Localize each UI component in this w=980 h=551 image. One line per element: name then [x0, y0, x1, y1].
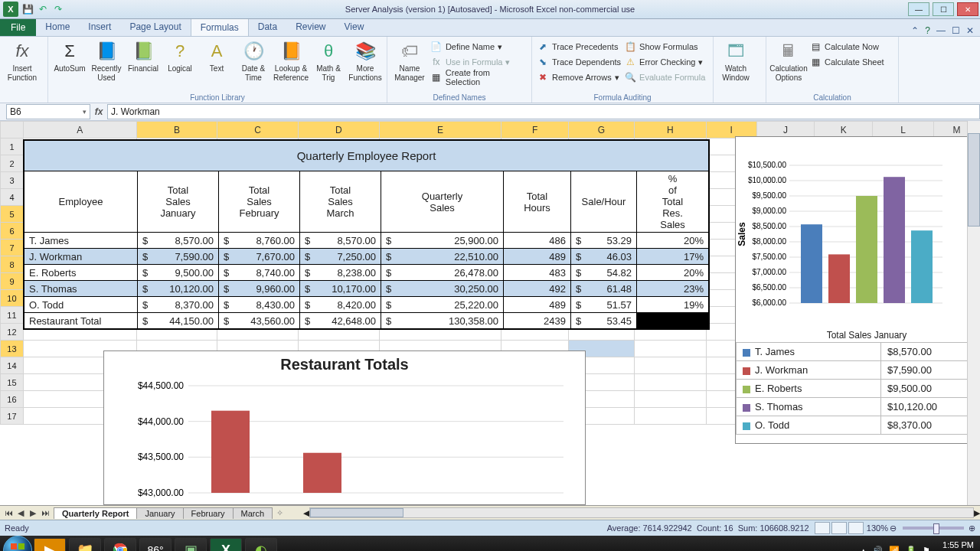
- math-trig-button[interactable]: θMath & Trig: [312, 38, 345, 83]
- zoom-in-button[interactable]: ⊕: [969, 523, 975, 533]
- column-header[interactable]: B: [136, 122, 217, 139]
- sheet-tab[interactable]: February: [183, 507, 234, 519]
- evaluate-formula-button[interactable]: 🔍Evaluate Formula: [624, 70, 705, 84]
- row-header[interactable]: 15: [1, 374, 24, 391]
- sheet-tab[interactable]: March: [233, 507, 273, 519]
- sheet-tab[interactable]: January: [136, 507, 183, 519]
- fx-icon[interactable]: fx: [90, 106, 107, 117]
- define-name-button[interactable]: 📄Define Name ▾: [430, 40, 527, 54]
- column-header[interactable]: E: [379, 122, 501, 139]
- undo-icon[interactable]: ↶: [37, 3, 49, 15]
- employee-sales-chart[interactable]: E $10,500.00$10,000.00$9,500.00$9,000.00…: [735, 136, 980, 444]
- row-header[interactable]: 3: [1, 172, 24, 189]
- table-row[interactable]: E. Roberts$9,500.00$8,740.00$8,238.00$26…: [24, 265, 709, 281]
- horizontal-scrollbar[interactable]: ◀▶: [303, 507, 980, 518]
- window-caption-restore-icon[interactable]: ☐: [952, 25, 960, 36]
- table-row[interactable]: T. James$8,570.00$8,760.00$8,570.00$25,9…: [24, 233, 709, 249]
- sheet-nav[interactable]: ⏮◀▶⏭: [0, 508, 54, 518]
- row-header[interactable]: 4: [1, 189, 24, 206]
- start-button[interactable]: [3, 536, 32, 551]
- watch-window-button[interactable]: 🗔Watch Window: [718, 38, 753, 83]
- page-break-view-button[interactable]: [848, 522, 864, 534]
- weather-widget[interactable]: 86°: [139, 538, 172, 551]
- row-header[interactable]: 5: [1, 206, 24, 223]
- window-caption-min-icon[interactable]: ―: [936, 25, 946, 36]
- formula-input[interactable]: J. Workman: [107, 104, 980, 119]
- row-header[interactable]: 7: [1, 240, 24, 256]
- logical-button[interactable]: ?Logical: [163, 38, 197, 73]
- financial-button[interactable]: 📗Financial: [126, 38, 160, 73]
- file-tab[interactable]: File: [0, 19, 36, 36]
- row-header[interactable]: 13: [1, 341, 24, 357]
- more-functions-button[interactable]: 📚More Functions: [348, 38, 382, 83]
- row-header[interactable]: 11: [1, 307, 24, 324]
- row-header[interactable]: 1: [1, 139, 24, 155]
- chrome-icon[interactable]: [104, 538, 136, 551]
- normal-view-button[interactable]: [815, 522, 830, 534]
- column-header[interactable]: A: [23, 122, 136, 139]
- row-header[interactable]: 12: [1, 324, 24, 341]
- column-header[interactable]: C: [217, 122, 299, 139]
- use-in-formula-button[interactable]: fxUse in Formula ▾: [430, 55, 527, 69]
- network-icon[interactable]: 📶: [889, 546, 900, 552]
- battery-icon[interactable]: 🔋: [906, 546, 916, 552]
- lookup-button[interactable]: 📙Lookup & Reference: [273, 38, 309, 83]
- error-checking-button[interactable]: ⚠Error Checking ▾: [624, 55, 705, 69]
- table-row[interactable]: J. Workman$7,590.00$7,670.00$7,250.00$22…: [24, 249, 709, 265]
- flag-icon[interactable]: ⚑: [923, 546, 930, 552]
- text-button[interactable]: AText: [200, 38, 234, 73]
- maximize-button[interactable]: ☐: [933, 2, 954, 16]
- name-box[interactable]: B6: [6, 104, 90, 119]
- calculate-now-button[interactable]: ▤Calculate Now: [809, 40, 884, 54]
- task-app-icon[interactable]: ▣: [175, 538, 207, 551]
- tray-up-icon[interactable]: ▴: [861, 546, 866, 552]
- insert-function-button[interactable]: fx Insert Function: [5, 38, 40, 83]
- save-icon[interactable]: 💾: [21, 3, 34, 15]
- row-header[interactable]: 10: [1, 290, 24, 307]
- minimize-ribbon-icon[interactable]: ⌃: [911, 25, 919, 36]
- column-header[interactable]: D: [299, 122, 380, 139]
- create-from-selection-button[interactable]: ▦Create from Selection: [430, 70, 527, 84]
- sheet-tab[interactable]: Quarterly Report: [54, 507, 137, 519]
- autosum-button[interactable]: ΣAutoSum: [53, 38, 87, 73]
- calculation-options-button[interactable]: 🖩Calculation Options: [771, 38, 806, 83]
- zoom-out-button[interactable]: ⊖: [890, 523, 897, 533]
- app-icon[interactable]: ◐: [245, 538, 277, 551]
- excel-task-icon[interactable]: X: [210, 538, 242, 551]
- column-header[interactable]: F: [501, 122, 569, 139]
- tab-insert[interactable]: Insert: [79, 18, 120, 35]
- recently-used-button[interactable]: 📘Recently Used: [90, 38, 123, 83]
- row-header[interactable]: 16: [1, 391, 24, 408]
- calculate-sheet-button[interactable]: ▦Calculate Sheet: [809, 55, 884, 69]
- window-caption-close-icon[interactable]: ✕: [966, 25, 974, 36]
- row-header[interactable]: 17: [1, 408, 24, 425]
- new-sheet-icon[interactable]: ✧: [272, 508, 288, 518]
- date-time-button[interactable]: 🕐Date & Time: [237, 38, 270, 83]
- worksheet-grid[interactable]: ABCDEFGHIJKLM1234567891011121314151617 Q…: [0, 121, 980, 505]
- row-header[interactable]: 2: [1, 155, 24, 172]
- row-header[interactable]: 8: [1, 256, 24, 273]
- clock[interactable]: 1:55 PM 5/19/2012: [936, 540, 977, 551]
- zoom-slider[interactable]: [903, 527, 964, 530]
- vertical-scrollbar[interactable]: [967, 121, 980, 505]
- name-manager-button[interactable]: 🏷Name Manager: [392, 38, 427, 83]
- tab-data[interactable]: Data: [249, 18, 286, 35]
- tab-page-layout[interactable]: Page Layout: [120, 18, 190, 35]
- column-header[interactable]: H: [634, 122, 706, 139]
- table-row[interactable]: O. Todd$8,370.00$8,430.00$8,420.00$25,22…: [24, 297, 709, 313]
- column-header[interactable]: G: [569, 122, 635, 139]
- page-layout-view-button[interactable]: [831, 522, 847, 534]
- tab-view[interactable]: View: [335, 18, 374, 35]
- restaurant-totals-chart[interactable]: Restaurant Totals $44,500.00$44,000.00$4…: [103, 350, 586, 505]
- close-button[interactable]: ✕: [957, 2, 978, 16]
- table-row[interactable]: S. Thomas$10,120.00$9,960.00$10,170.00$3…: [24, 281, 709, 297]
- help-icon[interactable]: ?: [925, 25, 930, 36]
- tab-formulas[interactable]: Formulas: [191, 18, 249, 36]
- row-header[interactable]: 9: [1, 273, 24, 290]
- minimize-button[interactable]: ―: [908, 2, 929, 16]
- show-formulas-button[interactable]: 📋Show Formulas: [624, 40, 705, 54]
- redo-icon[interactable]: ↷: [52, 3, 64, 15]
- row-header[interactable]: 14: [1, 357, 24, 374]
- tab-review[interactable]: Review: [286, 18, 335, 35]
- tab-home[interactable]: Home: [36, 18, 79, 35]
